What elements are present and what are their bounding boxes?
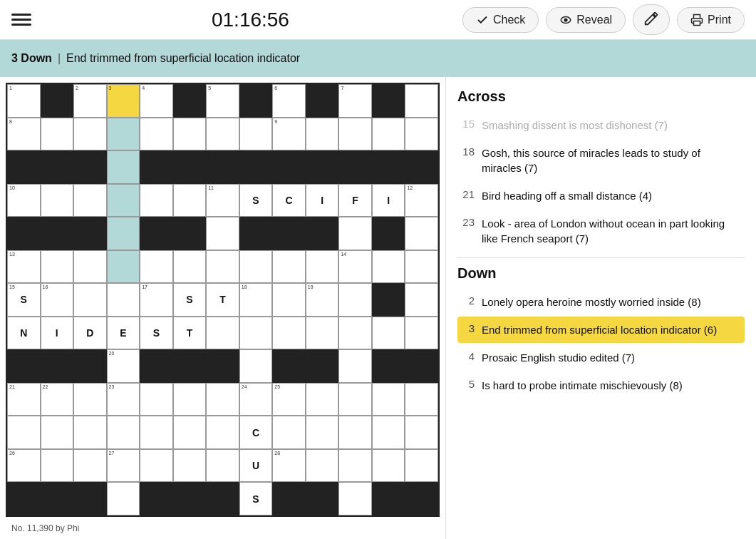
grid-cell[interactable] — [73, 383, 107, 416]
grid-cell[interactable] — [107, 482, 140, 515]
grid-cell[interactable]: 8 — [7, 118, 41, 151]
grid-cell[interactable] — [306, 383, 339, 416]
grid-cell[interactable] — [338, 317, 372, 350]
across-clue-item[interactable]: 18 Gosh, this source of miracles leads t… — [457, 140, 745, 181]
grid-cell[interactable] — [41, 449, 74, 483]
grid-cell[interactable] — [372, 250, 405, 284]
grid-cell[interactable]: 1 — [7, 84, 41, 118]
grid-cell[interactable] — [405, 283, 438, 317]
grid-cell[interactable]: 9 — [272, 118, 306, 151]
grid-cell[interactable] — [405, 84, 438, 118]
across-clue-item[interactable]: 23 Look - area of London without ocean i… — [457, 210, 745, 252]
grid-cell[interactable] — [107, 118, 140, 151]
across-clue-item[interactable]: 21 Bird heading off a small distance (4) — [457, 183, 745, 209]
grid-cell[interactable] — [73, 250, 107, 284]
grid-cell[interactable]: S — [239, 184, 273, 217]
grid-cell[interactable]: I — [41, 317, 74, 350]
grid-cell[interactable] — [140, 250, 173, 284]
grid-cell[interactable]: 10 — [7, 184, 41, 217]
grid-cell[interactable] — [140, 118, 173, 151]
grid-cell[interactable]: D — [73, 317, 107, 350]
edit-button[interactable] — [633, 4, 670, 35]
grid-cell[interactable] — [338, 383, 372, 416]
grid-cell[interactable] — [73, 184, 107, 217]
reveal-button[interactable]: Reveal — [546, 7, 626, 33]
grid-cell[interactable]: 15S — [7, 283, 41, 317]
grid-cell[interactable] — [206, 250, 239, 284]
down-clue-item[interactable]: 2 Lonely opera heroine mostly worried in… — [457, 289, 745, 315]
grid-cell[interactable] — [173, 416, 207, 449]
grid-cell[interactable]: 23 — [107, 383, 140, 416]
grid-cell[interactable]: 20 — [107, 349, 140, 383]
grid-cell[interactable] — [173, 449, 207, 483]
grid-cell[interactable] — [338, 482, 372, 515]
grid-cell[interactable]: 13 — [7, 250, 41, 284]
grid-cell[interactable] — [107, 150, 140, 184]
grid-cell[interactable] — [107, 416, 140, 449]
grid-cell[interactable]: 22 — [41, 383, 74, 416]
grid-cell[interactable] — [338, 118, 372, 151]
grid-cell[interactable]: S — [239, 482, 273, 515]
grid-cell[interactable]: T — [173, 317, 207, 350]
grid-cell[interactable] — [239, 250, 273, 284]
grid-cell[interactable]: 26 — [7, 449, 41, 483]
grid-cell[interactable] — [372, 317, 405, 350]
grid-cell[interactable]: 12 — [405, 184, 438, 217]
clues-panel[interactable]: Across 15 Smashing dissent is most disho… — [445, 77, 756, 539]
grid-cell[interactable] — [206, 217, 239, 250]
grid-cell[interactable] — [73, 416, 107, 449]
down-clue-item[interactable]: 4 Prosaic English studio edited (7) — [457, 344, 745, 371]
grid-cell[interactable] — [239, 349, 273, 383]
grid-cell[interactable] — [41, 184, 74, 217]
grid-cell[interactable]: U — [239, 449, 273, 483]
grid-cell[interactable] — [372, 449, 405, 483]
menu-icon[interactable] — [11, 14, 31, 26]
grid-cell[interactable]: 4 — [140, 84, 173, 118]
grid-cell[interactable] — [405, 250, 438, 284]
grid-cell[interactable]: N — [7, 317, 41, 350]
grid-cell[interactable]: 27 — [107, 449, 140, 483]
grid-cell[interactable] — [73, 118, 107, 151]
grid-cell[interactable] — [272, 416, 306, 449]
grid-cell[interactable] — [173, 118, 207, 151]
grid-cell[interactable]: 2 — [73, 84, 107, 118]
grid-cell[interactable]: E — [107, 317, 140, 350]
grid-cell[interactable]: 24 — [239, 383, 273, 416]
grid-cell[interactable] — [140, 184, 173, 217]
print-button[interactable]: Print — [677, 7, 745, 33]
grid-cell[interactable] — [239, 317, 273, 350]
grid-cell[interactable]: 3 — [107, 84, 140, 118]
grid-cell[interactable] — [306, 416, 339, 449]
grid-cell[interactable] — [206, 317, 239, 350]
down-clue-item[interactable]: 5 Is hard to probe intimate mischievousl… — [457, 372, 745, 399]
grid-cell[interactable] — [405, 317, 438, 350]
grid-cell[interactable] — [405, 118, 438, 151]
grid-cell[interactable]: C — [272, 184, 306, 217]
grid-cell[interactable] — [107, 250, 140, 284]
grid-cell[interactable] — [41, 416, 74, 449]
check-button[interactable]: Check — [462, 7, 539, 33]
grid-cell[interactable] — [372, 383, 405, 416]
grid-cell[interactable] — [272, 317, 306, 350]
grid-cell[interactable] — [306, 118, 339, 151]
grid-cell[interactable] — [306, 250, 339, 284]
grid-cell[interactable]: 25 — [272, 383, 306, 416]
grid-cell[interactable]: 7 — [338, 84, 372, 118]
grid-cell[interactable] — [140, 416, 173, 449]
grid-cell[interactable] — [338, 449, 372, 483]
grid-cell[interactable]: 5 — [206, 84, 239, 118]
grid-cell[interactable] — [405, 383, 438, 416]
grid-cell[interactable] — [107, 217, 140, 250]
grid-cell[interactable]: 6 — [272, 84, 306, 118]
crossword-grid[interactable]: 1234567891011SCIFI12131415S1617ST1819NID… — [6, 83, 440, 517]
grid-cell[interactable] — [239, 118, 273, 151]
grid-cell[interactable] — [405, 217, 438, 250]
grid-cell[interactable]: 11 — [206, 184, 239, 217]
across-clue-item[interactable]: 15 Smashing dissent is most dishonest (7… — [457, 112, 745, 138]
grid-cell[interactable]: F — [338, 184, 372, 217]
grid-cell[interactable] — [206, 383, 239, 416]
grid-cell[interactable] — [206, 416, 239, 449]
grid-cell[interactable] — [41, 250, 74, 284]
grid-cell[interactable] — [140, 383, 173, 416]
grid-cell[interactable] — [372, 416, 405, 449]
